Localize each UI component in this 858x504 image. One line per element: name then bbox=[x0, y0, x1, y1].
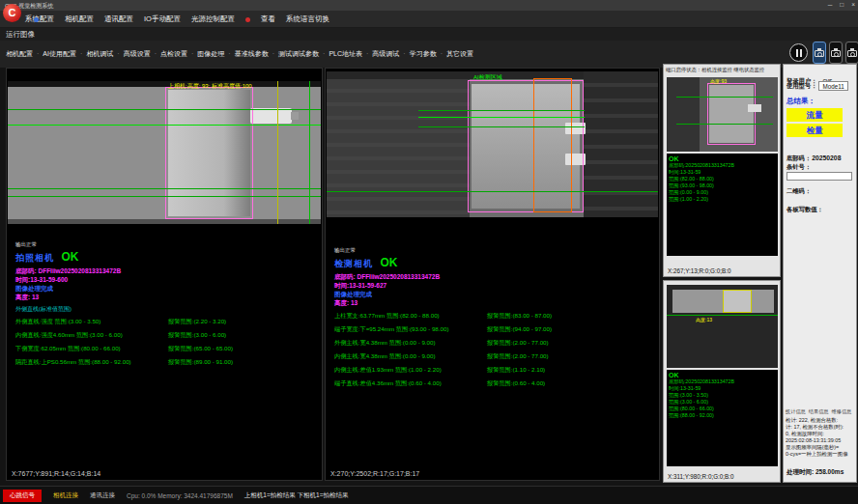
preview-line: 底部码:2025020813313472B bbox=[669, 162, 776, 169]
preview-line: 范围:(3.00 - 6.00) bbox=[669, 399, 776, 406]
camera-toggle-button-1[interactable] bbox=[813, 42, 826, 64]
result-title: 检测相机 bbox=[334, 259, 373, 268]
run-image-label[interactable]: 运行图像 bbox=[6, 30, 35, 40]
measure-line bbox=[676, 124, 773, 125]
tab-image-processing[interactable]: 图像处理 bbox=[187, 49, 224, 59]
tab-camera-debug[interactable]: 相机调试 bbox=[76, 49, 113, 59]
close-button[interactable]: × bbox=[851, 1, 855, 8]
menu-item-comm-config[interactable]: 通讯配置 bbox=[104, 14, 133, 24]
alarm-range: 报警范围:(83.00 - 87.00) bbox=[487, 312, 552, 325]
menu-item-language[interactable]: 系统语言切换 bbox=[286, 14, 329, 24]
right-cursor-coords: X:270;Y:2502;R:17;G:17;B:17 bbox=[330, 470, 419, 477]
left-cursor-coords: X:7677;Y:891;R:14;G:14;B:14 bbox=[12, 470, 100, 477]
heartbeat-button[interactable]: 心跳信号 bbox=[3, 490, 42, 502]
pin-input[interactable] bbox=[786, 172, 852, 181]
process-status: 图像处理完成 bbox=[334, 291, 372, 299]
left-result: 拍照相机 OK bbox=[15, 247, 78, 265]
preview-line: 范围:(80.00 - 66.00) bbox=[669, 406, 776, 412]
app-window: CYS-视觉检测系统 ─ □ × 系统配置 相机配置 通讯配置 IO手动配置 光… bbox=[0, 0, 858, 504]
part-detail bbox=[723, 290, 752, 313]
measurement-value: 端子直线:差值4.36mm 范围:(0.60 - 4.00) bbox=[334, 379, 487, 393]
tab-baseline-params[interactable]: 基准线参数 bbox=[224, 49, 268, 59]
stats-tab-statistics[interactable]: 统计信息 bbox=[786, 408, 806, 415]
bottom-code-row: 底部码：20250208 bbox=[786, 147, 841, 164]
reference-line bbox=[309, 81, 310, 224]
left-camera-image[interactable]: 上相机:高度: 93; 标准高度值:100 bbox=[8, 81, 321, 224]
alarm-range: 报警范围:(2.00 - 77.00) bbox=[487, 352, 549, 366]
language-dot-icon bbox=[34, 17, 39, 22]
preview-bottom-image[interactable]: 高度:13 bbox=[667, 285, 778, 368]
measure-line bbox=[667, 315, 778, 316]
alarm-range: 报警范围:(1.10 - 2.10) bbox=[487, 366, 545, 379]
camera-toggle-button-3[interactable] bbox=[845, 42, 858, 64]
alarm-range: 报警范围:(2.20 - 3.20) bbox=[168, 318, 226, 331]
image-dark-region bbox=[667, 77, 700, 152]
tab-advanced-debug[interactable]: 高级调试 bbox=[362, 49, 399, 59]
measure-line bbox=[8, 188, 321, 189]
tab-other-settings[interactable]: 其它设置 bbox=[437, 49, 473, 59]
preview-ok: OK bbox=[669, 372, 776, 378]
measurement-value: 上柱宽支:63.77mm 范围:(82.00 - 88.00) bbox=[334, 312, 487, 325]
status-bar: 心跳信号 相机连接 通讯连接 Cpu: 0.0% Memory: 3424.41… bbox=[0, 486, 858, 504]
right-camera-panel: AI检测区域 输出正常 检测相机 OK 底部码: DFFIiiw20250208… bbox=[325, 68, 660, 481]
tab-test-params[interactable]: 测试调试参数 bbox=[269, 49, 319, 59]
tab-learning-params[interactable]: 学习参数 bbox=[399, 49, 436, 59]
right-overlay-text: AI检测区域 bbox=[473, 73, 502, 82]
alarm-range: 报警范围:(94.00 - 97.00) bbox=[487, 325, 552, 339]
menu-item-system-config[interactable]: 系统配置 bbox=[25, 14, 54, 24]
inspect-badge: 检量 bbox=[786, 124, 843, 137]
measure-line bbox=[8, 109, 321, 110]
connector-part bbox=[250, 108, 292, 124]
preview-top-image[interactable]: 高度:93 bbox=[667, 77, 778, 152]
measurement-row: 上柱宽支:63.77mm 范围:(82.00 - 88.00) 报警范围:(83… bbox=[334, 312, 655, 325]
menu-item-io-manual[interactable]: IO手动配置 bbox=[144, 14, 181, 24]
part-outline bbox=[707, 83, 756, 145]
right-camera-image[interactable]: AI检测区域 bbox=[327, 71, 658, 217]
pause-button[interactable] bbox=[789, 43, 808, 62]
measurement-value: 端子宽度:下=95.24mm 范围:(93.00 - 98.00) bbox=[334, 325, 487, 339]
cpu-memory-status: Cpu: 0.0% Memory: 3424.41796875M bbox=[127, 492, 233, 499]
measurement-value: 下侧宽度:62.05mm 范围:(80.00 - 66.00) bbox=[15, 345, 168, 358]
height-text: 高度: 13 bbox=[15, 294, 39, 302]
tab-camera-config[interactable]: 相机配置 bbox=[6, 49, 33, 59]
alarm-range: 报警范围:(3.00 - 6.00) bbox=[168, 331, 226, 345]
model-select[interactable]: Mode11 bbox=[818, 81, 847, 91]
preview-line: 范围:(93.00 - 98.00) bbox=[669, 182, 776, 189]
pin-label: 条针号： bbox=[786, 163, 811, 172]
board-write-label: 各板写数值： bbox=[786, 206, 823, 214]
camera-icon bbox=[815, 50, 824, 57]
tab-plc-table[interactable]: PLC地址表 bbox=[319, 49, 362, 59]
maximize-button[interactable]: □ bbox=[840, 1, 844, 8]
tab-ai-config[interactable]: AI使用配置 bbox=[33, 49, 76, 59]
tab-advanced-settings[interactable]: 高级设置 bbox=[113, 49, 150, 59]
image-dark-region bbox=[584, 71, 658, 217]
part-outline bbox=[165, 87, 253, 219]
menu-item-light-config[interactable]: 光源控制配置 bbox=[191, 14, 235, 24]
measurement-row: 内侧直线:强度4.60mm 范围:(3.00 - 6.00) 报警范围:(3.0… bbox=[15, 331, 318, 345]
camera-toggle-button-2[interactable] bbox=[829, 42, 843, 64]
menu-item-camera-config[interactable]: 相机配置 bbox=[65, 14, 94, 24]
measurement-value: 外侧主线:宽4.38mm 范围:(0.00 - 9.00) bbox=[334, 339, 487, 352]
measure-line bbox=[676, 97, 773, 98]
menu-item-view[interactable]: 查看 bbox=[261, 14, 275, 24]
measurement-value: 内侧主线:差值1.93mm 范围:(1.00 - 2.20) bbox=[334, 366, 487, 379]
minimize-button[interactable]: ─ bbox=[828, 1, 833, 8]
barcode-text: 底部码: DFFIiiw2025020813313472B bbox=[334, 273, 440, 282]
preview-line: 范围:(0.00 - 9.00) bbox=[669, 189, 776, 196]
preview-panel-bottom: 高度:13 OK 底部码:2025020813313472B 时间:13-31-… bbox=[663, 280, 781, 483]
preview-line: 时间:13-31-59 bbox=[669, 385, 776, 392]
stats-tab-results[interactable]: 结果信息 bbox=[809, 408, 829, 415]
tab-spot-check[interactable]: 点检设置 bbox=[151, 49, 187, 59]
stat-line: 0-cys=一种上拍检测一图像 bbox=[786, 451, 857, 458]
measurement-row: 内侧主线:宽4.38mm 范围:(0.00 - 9.00) 报警范围:(2.00… bbox=[334, 352, 655, 366]
time-text: 时间:13-31-59-600 bbox=[15, 276, 68, 285]
left-measurements: 外侧直线:强度 范围:(3.00 - 3.50) 报警范围:(2.20 - 3.… bbox=[15, 318, 318, 372]
stat-line: 显示图频率间隔(毫秒)= bbox=[786, 444, 857, 451]
monitor-header: 端口启停状态：相机连接监控 继电状态监控 bbox=[666, 67, 764, 73]
result-ok: OK bbox=[380, 256, 397, 269]
window-controls: ─ □ × bbox=[828, 1, 855, 8]
image-top-band bbox=[8, 81, 321, 87]
stats-tab-maintenance[interactable]: 维修信息 bbox=[832, 408, 852, 415]
record-dot-icon bbox=[245, 17, 250, 22]
measurement-row: 隔距直线:上PS0.56mm 范围:(88.00 - 92.00) 报警范围:(… bbox=[15, 358, 318, 372]
